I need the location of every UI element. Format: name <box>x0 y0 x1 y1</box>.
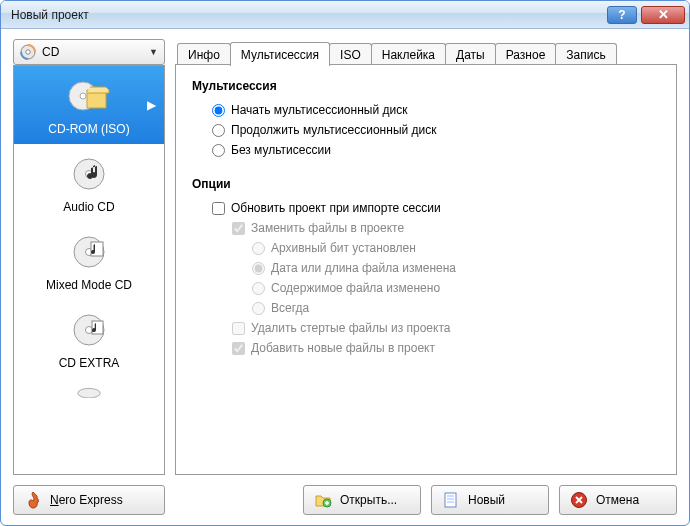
checkbox-input <box>232 322 245 335</box>
project-label: Audio CD <box>18 200 160 214</box>
radio-label: Содержимое файла изменено <box>271 281 440 295</box>
flame-icon <box>24 491 42 509</box>
svg-point-10 <box>86 327 93 334</box>
svg-point-3 <box>80 93 86 99</box>
tab-misc[interactable]: Разное <box>495 43 557 66</box>
radio-content-changed: Содержимое файла изменено <box>252 281 660 295</box>
project-more[interactable] <box>14 378 164 398</box>
footer-buttons: Nero Express Открыть... Новый <box>13 475 677 515</box>
disc-icon <box>67 382 111 398</box>
tab-info[interactable]: Инфо <box>177 43 231 66</box>
svg-rect-14 <box>445 493 456 507</box>
project-mixed-mode[interactable]: Mixed Mode CD <box>14 222 164 300</box>
media-type-dropdown[interactable]: CD ▼ <box>13 39 165 65</box>
project-audio-cd[interactable]: Audio CD <box>14 144 164 222</box>
tab-burn[interactable]: Запись <box>555 43 616 66</box>
selection-arrow-icon: ▶ <box>147 98 156 112</box>
settings-panel: Мультисессия Начать мультисессионный дис… <box>175 64 677 475</box>
check-add-new: Добавить новые файлы в проект <box>232 341 660 355</box>
button-label: Открыть... <box>340 493 397 507</box>
tabs: Инфо Мультисессия ISO Наклейка Даты Разн… <box>177 39 616 65</box>
chevron-down-icon: ▼ <box>149 47 158 57</box>
radio-no-multisession[interactable]: Без мультисессии <box>212 143 660 157</box>
svg-point-1 <box>26 50 30 54</box>
svg-rect-11 <box>92 321 103 334</box>
content-area: CD ▼ Инфо Мультисессия ISO Наклейка Даты… <box>1 29 689 525</box>
close-button[interactable]: ✕ <box>641 6 685 24</box>
section-options-title: Опции <box>192 177 660 191</box>
radio-input[interactable] <box>212 104 225 117</box>
cdrom-folder-icon <box>67 76 111 116</box>
radio-always: Всегда <box>252 301 660 315</box>
dialog-window: Новый проект ? ✕ CD ▼ Инфо Мультисессия … <box>0 0 690 526</box>
open-button[interactable]: Открыть... <box>303 485 421 515</box>
project-label: CD-ROM (ISO) <box>18 122 160 136</box>
help-button[interactable]: ? <box>607 6 637 24</box>
checkbox-label: Удалить стертые файлы из проекта <box>251 321 450 335</box>
project-label: Mixed Mode CD <box>18 278 160 292</box>
section-multisession-title: Мультисессия <box>192 79 660 93</box>
radio-date-length: Дата или длина файла изменена <box>252 261 660 275</box>
check-update-project[interactable]: Обновить проект при импорте сессии <box>212 201 660 215</box>
button-label: Nero Express <box>50 493 123 507</box>
disc-icon <box>20 44 36 60</box>
radio-continue-multisession[interactable]: Продолжить мультисессионный диск <box>212 123 660 137</box>
button-label: Отмена <box>596 493 639 507</box>
mixed-mode-icon <box>67 232 111 272</box>
dropdown-label: CD <box>42 45 149 59</box>
tab-label[interactable]: Наклейка <box>371 43 446 66</box>
radio-label: Дата или длина файла изменена <box>271 261 456 275</box>
svg-point-12 <box>78 388 100 398</box>
project-cdrom-iso[interactable]: CD-ROM (ISO) ▶ <box>14 66 164 144</box>
cd-extra-icon <box>67 310 111 350</box>
new-button[interactable]: Новый <box>431 485 549 515</box>
button-label: Новый <box>468 493 505 507</box>
top-row: CD ▼ Инфо Мультисессия ISO Наклейка Даты… <box>13 39 677 65</box>
radio-input <box>252 302 265 315</box>
titlebar: Новый проект ? ✕ <box>1 1 689 29</box>
main-row: CD-ROM (ISO) ▶ Audio CD <box>13 65 677 475</box>
tab-dates[interactable]: Даты <box>445 43 496 66</box>
checkbox-label: Заменить файлы в проекте <box>251 221 404 235</box>
tab-multisession[interactable]: Мультисессия <box>230 42 330 66</box>
radio-label: Без мультисессии <box>231 143 331 157</box>
project-cd-extra[interactable]: CD EXTRA <box>14 300 164 378</box>
radio-start-multisession[interactable]: Начать мультисессионный диск <box>212 103 660 117</box>
checkbox-label: Добавить новые файлы в проект <box>251 341 435 355</box>
window-title: Новый проект <box>11 8 607 22</box>
project-type-list[interactable]: CD-ROM (ISO) ▶ Audio CD <box>13 65 165 475</box>
new-document-icon <box>442 491 460 509</box>
cancel-button[interactable]: Отмена <box>559 485 677 515</box>
window-buttons: ? ✕ <box>607 6 685 24</box>
check-delete-erased: Удалить стертые файлы из проекта <box>232 321 660 335</box>
check-replace-files: Заменить файлы в проекте <box>232 221 660 235</box>
project-label: CD EXTRA <box>18 356 160 370</box>
tab-iso[interactable]: ISO <box>329 43 372 66</box>
radio-label: Всегда <box>271 301 309 315</box>
nero-express-button[interactable]: Nero Express <box>13 485 165 515</box>
checkbox-input <box>232 222 245 235</box>
radio-input <box>252 282 265 295</box>
radio-input[interactable] <box>212 144 225 157</box>
radio-input <box>252 242 265 255</box>
radio-label: Начать мультисессионный диск <box>231 103 407 117</box>
checkbox-input <box>232 342 245 355</box>
radio-archive-bit: Архивный бит установлен <box>252 241 660 255</box>
radio-input <box>252 262 265 275</box>
radio-label: Продолжить мультисессионный диск <box>231 123 437 137</box>
checkbox-label: Обновить проект при импорте сессии <box>231 201 441 215</box>
folder-open-icon <box>314 491 332 509</box>
audio-cd-icon <box>67 154 111 194</box>
radio-input[interactable] <box>212 124 225 137</box>
radio-label: Архивный бит установлен <box>271 241 416 255</box>
cancel-icon <box>570 491 588 509</box>
checkbox-input[interactable] <box>212 202 225 215</box>
